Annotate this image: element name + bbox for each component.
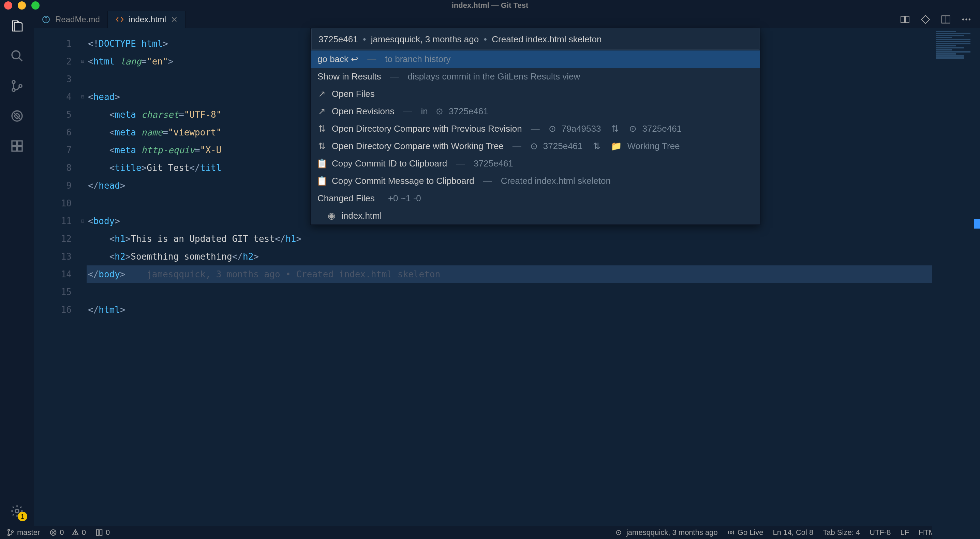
- more-actions-icon[interactable]: [961, 14, 972, 25]
- svg-line-1: [19, 57, 22, 61]
- picker-item-compare-previous[interactable]: ⇅ Open Directory Compare with Previous R…: [311, 120, 760, 137]
- title-bar: index.html — Git Test: [0, 0, 980, 11]
- clipboard-icon: 📋: [317, 177, 326, 186]
- file-modified-icon: ◉: [327, 212, 336, 220]
- svg-rect-9: [18, 141, 22, 145]
- tab-label: ReadMe.md: [55, 15, 100, 24]
- status-errors[interactable]: 0 0: [49, 528, 86, 537]
- svg-rect-18: [901, 16, 905, 23]
- fold-gutter: ⊟ ⊟ ⊟: [78, 28, 87, 526]
- extensions-icon[interactable]: [9, 138, 25, 154]
- svg-point-12: [15, 509, 19, 513]
- line-number-gutter: 1 2 3 4 5 6 7 8 9 10 11 12 13 14 15 16: [34, 28, 78, 526]
- svg-rect-19: [905, 16, 909, 23]
- explorer-icon[interactable]: [9, 18, 25, 34]
- picker-item-open-revisions[interactable]: ↗ Open Revisions — in ⊙ 3725e461: [311, 103, 760, 120]
- svg-point-3: [12, 89, 15, 91]
- compare-icon: ⇅: [317, 124, 326, 133]
- picker-item-show-in-results[interactable]: Show in Results — displays commit in the…: [311, 68, 760, 85]
- open-file-icon: ↗: [317, 90, 326, 99]
- svg-point-0: [12, 51, 20, 59]
- status-blame[interactable]: ⊙ jamesqquick, 3 months ago: [616, 528, 718, 537]
- svg-point-15: [46, 18, 46, 18]
- diff-icon: [95, 529, 103, 536]
- gitlens-commit-picker: 3725e461 • jamesqquick, 3 months ago • C…: [310, 28, 760, 225]
- error-icon: [49, 529, 57, 536]
- editor-actions: [899, 11, 980, 28]
- svg-point-27: [11, 531, 13, 533]
- status-bar: master 0 0 0 ⊙ jamesqquick, 3 months ago…: [0, 526, 980, 539]
- fold-icon[interactable]: ⊟: [78, 53, 87, 70]
- warning-icon: [72, 529, 79, 536]
- maximize-window-button[interactable]: [31, 2, 40, 10]
- status-cursor-pos[interactable]: Ln 14, Col 8: [773, 528, 814, 537]
- settings-gear-icon[interactable]: 1: [9, 503, 25, 519]
- debug-icon[interactable]: [9, 108, 25, 124]
- status-eol[interactable]: LF: [900, 528, 909, 537]
- picker-item-compare-working-tree[interactable]: ⇅ Open Directory Compare with Working Tr…: [311, 137, 760, 155]
- gitlens-blame-annotation: jamesqquick, 3 months ago • Created inde…: [126, 269, 441, 279]
- picker-item-copy-commit-id[interactable]: 📋 Copy Commit ID to Clipboard — 3725e461: [311, 155, 760, 172]
- svg-rect-34: [100, 530, 102, 536]
- compare-changes-icon[interactable]: [899, 14, 910, 25]
- tab-label: index.html: [129, 15, 166, 24]
- minimize-window-button[interactable]: [18, 2, 26, 10]
- svg-point-35: [730, 531, 732, 534]
- close-window-button[interactable]: [4, 2, 12, 10]
- svg-point-26: [8, 534, 10, 536]
- picker-item-open-files[interactable]: ↗ Open Files: [311, 85, 760, 103]
- picker-list: go back ↩ — to branch history Show in Re…: [311, 51, 760, 225]
- activity-bar: 1: [0, 11, 34, 526]
- source-control-icon[interactable]: [9, 78, 25, 94]
- status-encoding[interactable]: UTF-8: [870, 528, 891, 537]
- tab-index-html[interactable]: index.html: [108, 11, 186, 28]
- open-file-icon: ↗: [317, 107, 326, 116]
- svg-rect-33: [97, 530, 99, 536]
- minimap[interactable]: [932, 28, 980, 539]
- picker-header: 3725e461 • jamesqquick, 3 months ago • C…: [311, 29, 759, 50]
- svg-point-23: [965, 18, 967, 20]
- code-icon: [115, 15, 124, 24]
- svg-point-24: [969, 18, 970, 20]
- status-branch[interactable]: master: [7, 528, 40, 537]
- close-icon[interactable]: [171, 16, 178, 23]
- open-changes-icon[interactable]: [920, 14, 931, 25]
- tab-bar: ReadMe.md index.html: [34, 11, 980, 28]
- overview-ruler-cursor: [974, 219, 980, 228]
- window-title: index.html — Git Test: [452, 1, 528, 10]
- status-go-live[interactable]: Go Live: [727, 528, 764, 537]
- picker-item-changed-files[interactable]: Changed Files +0 ~1 -0: [311, 190, 760, 207]
- svg-point-22: [962, 18, 964, 20]
- fold-icon[interactable]: ⊟: [78, 88, 87, 106]
- svg-point-32: [75, 534, 75, 534]
- update-badge: 1: [18, 512, 27, 521]
- search-icon[interactable]: [9, 48, 25, 64]
- picker-item-go-back[interactable]: go back ↩ — to branch history: [311, 51, 760, 68]
- picker-item-file[interactable]: ◉ index.html: [311, 207, 760, 225]
- svg-point-2: [12, 81, 15, 83]
- status-git-stat[interactable]: 0: [95, 528, 110, 537]
- clipboard-icon: 📋: [317, 159, 326, 168]
- tab-readme[interactable]: ReadMe.md: [34, 11, 108, 28]
- broadcast-icon: [727, 529, 735, 536]
- svg-rect-11: [18, 147, 22, 151]
- info-icon: [41, 15, 51, 24]
- svg-point-25: [8, 529, 10, 531]
- split-editor-icon[interactable]: [940, 14, 951, 25]
- window-controls: [4, 2, 40, 10]
- editor-area: ReadMe.md index.html 1 2 3 4 5: [34, 11, 980, 526]
- fold-icon[interactable]: ⊟: [78, 212, 87, 230]
- picker-item-copy-commit-message[interactable]: 📋 Copy Commit Message to Clipboard — Cre…: [311, 172, 760, 190]
- svg-rect-8: [12, 141, 16, 145]
- status-tab-size[interactable]: Tab Size: 4: [823, 528, 860, 537]
- svg-rect-10: [12, 147, 16, 151]
- branch-icon: [7, 529, 14, 536]
- compare-icon: ⇅: [317, 142, 326, 151]
